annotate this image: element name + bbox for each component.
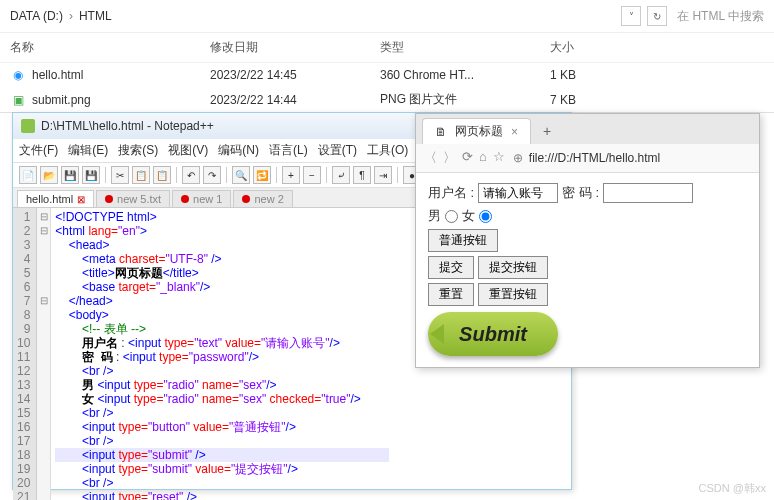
source-code[interactable]: <!DOCTYPE html><html lang="en"> <head> <…: [51, 208, 392, 500]
star-button[interactable]: ☆: [493, 149, 505, 167]
menu-tools[interactable]: 工具(O): [367, 142, 408, 159]
save-icon[interactable]: 💾: [61, 166, 79, 184]
replace-icon[interactable]: 🔁: [253, 166, 271, 184]
password-input[interactable]: [603, 183, 693, 203]
image-submit-button[interactable]: Submit: [428, 312, 558, 356]
find-icon[interactable]: 🔍: [232, 166, 250, 184]
dropdown-button[interactable]: ˅: [621, 6, 641, 26]
submit-button[interactable]: 提交按钮: [478, 256, 548, 279]
menu-encoding[interactable]: 编码(N): [218, 142, 259, 159]
breadcrumb: DATA (D:) › HTML ˅ ↻ 在 HTML 中搜索: [0, 0, 774, 33]
redo-icon[interactable]: ↷: [203, 166, 221, 184]
file-date: 2023/2/22 14:44: [210, 93, 380, 107]
username-label: 用户名 :: [428, 184, 474, 202]
new-tab-button[interactable]: +: [535, 119, 559, 143]
search-input[interactable]: 在 HTML 中搜索: [673, 8, 764, 25]
html-file-icon: ◉: [10, 67, 26, 83]
open-file-icon[interactable]: 📂: [40, 166, 58, 184]
menu-view[interactable]: 视图(V): [168, 142, 208, 159]
browser-tab[interactable]: 🗎 网页标题 ×: [422, 118, 531, 144]
fold-gutter: ⊟⊟⊟: [37, 208, 51, 500]
copy-icon[interactable]: 📋: [132, 166, 150, 184]
tab-title: 网页标题: [455, 123, 503, 140]
site-info-icon[interactable]: ⊕: [513, 151, 523, 165]
home-button[interactable]: ⌂: [479, 149, 487, 167]
file-row[interactable]: ▣submit.png 2023/2/22 14:44 PNG 图片文件 7 K…: [0, 87, 774, 112]
tab-new2[interactable]: new 2: [233, 190, 292, 207]
watermark: CSDN @韩xx: [699, 481, 766, 496]
breadcrumb-segment[interactable]: DATA (D:): [10, 9, 63, 23]
tab-new5[interactable]: new 5.txt: [96, 190, 170, 207]
zoom-out-icon[interactable]: −: [303, 166, 321, 184]
line-numbers: 1234567891011121314151617181920212223242…: [13, 208, 37, 500]
refresh-button[interactable]: ↻: [647, 6, 667, 26]
cut-icon[interactable]: ✂: [111, 166, 129, 184]
rendered-page: 用户名 : 密 码 : 男 女 普通按钮 提交 提交按钮 重置 重置按钮 Sub…: [416, 173, 759, 366]
unsaved-dot-icon: [105, 195, 113, 203]
file-type: 360 Chrome HT...: [380, 68, 550, 82]
browser-tabs: 🗎 网页标题 × +: [416, 114, 759, 144]
tab-label: hello.html: [26, 193, 73, 205]
tab-label: new 1: [193, 193, 222, 205]
save-all-icon[interactable]: 💾: [82, 166, 100, 184]
male-label: 男: [428, 207, 441, 225]
password-label: 密 码 :: [562, 184, 599, 202]
browser-window: 🗎 网页标题 × + 〈 〉 ⟳ ⌂ ☆ ⊕ file:///D:/HTML/h…: [415, 113, 760, 368]
forward-button[interactable]: 〉: [443, 149, 456, 167]
header-name[interactable]: 名称: [10, 39, 210, 56]
reset-button[interactable]: 重置按钮: [478, 283, 548, 306]
column-headers: 名称 修改日期 类型 大小: [0, 33, 774, 63]
tab-hello-html[interactable]: hello.html⊠: [17, 190, 94, 207]
app-icon: [21, 119, 35, 133]
file-size: 7 KB: [550, 93, 630, 107]
address-bar: 〈 〉 ⟳ ⌂ ☆ ⊕ file:///D:/HTML/hello.html: [416, 144, 759, 173]
tab-new1[interactable]: new 1: [172, 190, 231, 207]
menu-language[interactable]: 语言(L): [269, 142, 308, 159]
indent-icon[interactable]: ⇥: [374, 166, 392, 184]
window-title: D:\HTML\hello.html - Notepad++: [41, 119, 214, 133]
new-file-icon[interactable]: 📄: [19, 166, 37, 184]
back-button[interactable]: 〈: [424, 149, 437, 167]
female-radio[interactable]: [479, 210, 492, 223]
file-name: hello.html: [32, 68, 83, 82]
image-file-icon: ▣: [10, 92, 26, 108]
wordwrap-icon[interactable]: ⤶: [332, 166, 350, 184]
header-date[interactable]: 修改日期: [210, 39, 380, 56]
paste-icon[interactable]: 📋: [153, 166, 171, 184]
header-size[interactable]: 大小: [550, 39, 630, 56]
normal-button[interactable]: 普通按钮: [428, 229, 498, 252]
zoom-in-icon[interactable]: +: [282, 166, 300, 184]
username-input[interactable]: [478, 183, 558, 203]
close-tab-icon[interactable]: ×: [511, 125, 518, 139]
undo-icon[interactable]: ↶: [182, 166, 200, 184]
unsaved-dot-icon: [181, 195, 189, 203]
url-text[interactable]: file:///D:/HTML/hello.html: [529, 151, 660, 165]
menu-search[interactable]: 搜索(S): [118, 142, 158, 159]
female-label: 女: [462, 207, 475, 225]
file-explorer: DATA (D:) › HTML ˅ ↻ 在 HTML 中搜索 名称 修改日期 …: [0, 0, 774, 113]
file-row[interactable]: ◉hello.html 2023/2/22 14:45 360 Chrome H…: [0, 63, 774, 87]
breadcrumb-segment[interactable]: HTML: [79, 9, 112, 23]
menu-edit[interactable]: 编辑(E): [68, 142, 108, 159]
submit-default-button[interactable]: 提交: [428, 256, 474, 279]
male-radio[interactable]: [445, 210, 458, 223]
tab-label: new 2: [254, 193, 283, 205]
file-name: submit.png: [32, 93, 91, 107]
header-type[interactable]: 类型: [380, 39, 550, 56]
page-icon: 🗎: [435, 125, 447, 139]
menu-file[interactable]: 文件(F): [19, 142, 58, 159]
file-date: 2023/2/22 14:45: [210, 68, 380, 82]
menu-settings[interactable]: 设置(T): [318, 142, 357, 159]
reload-button[interactable]: ⟳: [462, 149, 473, 167]
show-symbols-icon[interactable]: ¶: [353, 166, 371, 184]
unsaved-dot-icon: [242, 195, 250, 203]
close-tab-icon[interactable]: ⊠: [77, 194, 85, 205]
file-type: PNG 图片文件: [380, 91, 550, 108]
file-size: 1 KB: [550, 68, 630, 82]
tab-label: new 5.txt: [117, 193, 161, 205]
reset-default-button[interactable]: 重置: [428, 283, 474, 306]
chevron-right-icon: ›: [69, 9, 73, 23]
